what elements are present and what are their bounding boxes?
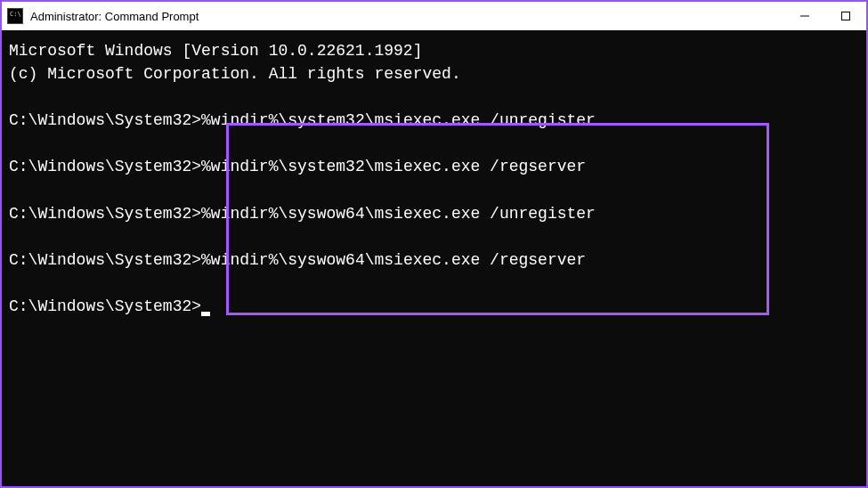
titlebar[interactable]: Administrator: Command Prompt bbox=[2, 2, 866, 30]
prompt: C:\Windows\System32> bbox=[9, 205, 201, 223]
prompt: C:\Windows\System32> bbox=[9, 158, 201, 175]
blank-line bbox=[9, 272, 859, 295]
cmd-icon bbox=[7, 8, 23, 24]
prompt: C:\Windows\System32> bbox=[9, 297, 201, 315]
blank-line bbox=[9, 225, 859, 248]
command-line: C:\Windows\System32>%windir%\syswow64\ms… bbox=[9, 202, 859, 225]
command-prompt-window: Administrator: Command Prompt Microsoft … bbox=[2, 2, 866, 486]
copyright-line: (c) Microsoft Corporation. All rights re… bbox=[9, 62, 859, 85]
command-text: %windir%\system32\msiexec.exe /regserver bbox=[201, 158, 586, 175]
command-text: %windir%\syswow64\msiexec.exe /unregiste… bbox=[201, 205, 596, 223]
command-line: C:\Windows\System32>%windir%\system32\ms… bbox=[9, 155, 859, 178]
command-text: %windir%\system32\msiexec.exe /unregiste… bbox=[201, 111, 596, 129]
command-text: %windir%\syswow64\msiexec.exe /regserver bbox=[201, 251, 586, 269]
window-controls bbox=[784, 2, 866, 30]
command-line: C:\Windows\System32>%windir%\syswow64\ms… bbox=[9, 248, 859, 272]
cursor bbox=[201, 312, 210, 316]
header-line: Microsoft Windows [Version 10.0.22621.19… bbox=[9, 39, 859, 62]
command-line: C:\Windows\System32>%windir%\system32\ms… bbox=[9, 109, 859, 132]
svg-rect-1 bbox=[842, 12, 850, 20]
prompt: C:\Windows\System32> bbox=[9, 111, 201, 129]
blank-line bbox=[9, 132, 859, 155]
prompt: C:\Windows\System32> bbox=[9, 251, 201, 269]
blank-line bbox=[9, 85, 859, 109]
maximize-button[interactable] bbox=[825, 2, 866, 30]
titlebar-title: Administrator: Command Prompt bbox=[30, 10, 784, 23]
minimize-button[interactable] bbox=[784, 2, 825, 30]
terminal-area[interactable]: Microsoft Windows [Version 10.0.22621.19… bbox=[2, 30, 866, 486]
current-prompt-line: C:\Windows\System32> bbox=[9, 295, 859, 318]
blank-line bbox=[9, 179, 859, 202]
